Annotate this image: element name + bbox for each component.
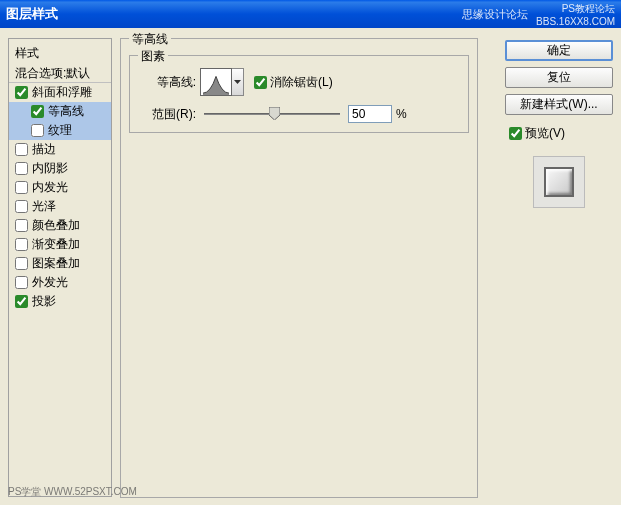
legend-outer: 等高线 <box>129 31 171 48</box>
checkbox-coloroverlay[interactable] <box>15 219 28 232</box>
checkbox-innerglow[interactable] <box>15 181 28 194</box>
sidebar-item-stroke[interactable]: 描边 <box>9 140 111 159</box>
checkbox-preview[interactable] <box>509 127 522 140</box>
checkbox-innershadow[interactable] <box>15 162 28 175</box>
ok-button[interactable]: 确定 <box>505 40 613 61</box>
fieldset-contour: 等高线 图素 等高线: <box>120 38 478 498</box>
main-panel: 等高线 图素 等高线: <box>120 38 497 497</box>
checkbox-gradientoverlay[interactable] <box>15 238 28 251</box>
checkbox-outerglow[interactable] <box>15 276 28 289</box>
row-range: 范围(R): % <box>148 104 407 124</box>
blend-label: 混合选项:默认 <box>15 65 90 82</box>
sidebar-item-outerglow[interactable]: 外发光 <box>9 273 111 292</box>
checkbox-stroke[interactable] <box>15 143 28 156</box>
antialiased-option[interactable]: 消除锯齿(L) <box>254 74 333 91</box>
sidebar-blend-options[interactable]: 混合选项:默认 <box>9 64 111 83</box>
row-contour: 等高线: 消除锯齿(L) <box>148 68 333 96</box>
label-stroke: 描边 <box>32 141 56 158</box>
window-title: 图层样式 <box>6 5 58 23</box>
label-outerglow: 外发光 <box>32 274 68 291</box>
legend-inner: 图素 <box>138 48 168 65</box>
antialiased-label: 消除锯齿(L) <box>270 74 333 91</box>
label-gradientoverlay: 渐变叠加 <box>32 236 80 253</box>
sidebar-header: 样式 <box>9 41 111 64</box>
range-input[interactable] <box>348 105 392 123</box>
swatch-inner <box>544 167 574 197</box>
range-unit: % <box>396 107 407 121</box>
sidebar-item-patternoverlay[interactable]: 图案叠加 <box>9 254 111 273</box>
label-satin: 光泽 <box>32 198 56 215</box>
contour-thumbnail[interactable] <box>200 68 232 96</box>
cancel-button[interactable]: 复位 <box>505 67 613 88</box>
range-label: 范围(R): <box>148 106 196 123</box>
sidebar-item-innerglow[interactable]: 内发光 <box>9 178 111 197</box>
label-coloroverlay: 颜色叠加 <box>32 217 80 234</box>
checkbox-bevel[interactable] <box>15 86 28 99</box>
watermark-2: PS教程论坛 <box>562 2 615 16</box>
range-slider[interactable] <box>204 104 340 124</box>
slider-thumb[interactable] <box>269 107 280 120</box>
label-dropshadow: 投影 <box>32 293 56 310</box>
sidebar-item-coloroverlay[interactable]: 颜色叠加 <box>9 216 111 235</box>
titlebar: 图层样式 思缘设计论坛 PS教程论坛 BBS.16XX8.COM <box>0 0 621 28</box>
preview-option[interactable]: 预览(V) <box>505 125 613 142</box>
checkbox-satin[interactable] <box>15 200 28 213</box>
checkbox-texture[interactable] <box>31 124 44 137</box>
label-contour: 等高线 <box>48 103 84 120</box>
sidebar-item-gradientoverlay[interactable]: 渐变叠加 <box>9 235 111 254</box>
sidebar-item-texture[interactable]: 纹理 <box>9 121 111 140</box>
sidebar-item-bevel[interactable]: 斜面和浮雕 <box>9 83 111 102</box>
contour-curve-icon <box>201 69 231 95</box>
style-sidebar: 样式 混合选项:默认 斜面和浮雕 等高线 纹理 描边 内阴影 内发光 <box>8 38 112 497</box>
footer-watermark: PS学堂 WWW.52PSXT.COM <box>8 485 137 499</box>
preview-swatch <box>533 156 585 208</box>
label-bevel: 斜面和浮雕 <box>32 84 92 101</box>
chevron-down-icon <box>234 80 241 84</box>
sidebar-item-dropshadow[interactable]: 投影 <box>9 292 111 311</box>
preview-label: 预览(V) <box>525 125 565 142</box>
label-innerglow: 内发光 <box>32 179 68 196</box>
label-patternoverlay: 图案叠加 <box>32 255 80 272</box>
watermark-1: 思缘设计论坛 <box>462 7 528 22</box>
sidebar-item-satin[interactable]: 光泽 <box>9 197 111 216</box>
checkbox-contour[interactable] <box>31 105 44 118</box>
checkbox-patternoverlay[interactable] <box>15 257 28 270</box>
label-texture: 纹理 <box>48 122 72 139</box>
titlebar-watermarks: 思缘设计论坛 PS教程论坛 BBS.16XX8.COM <box>462 2 615 27</box>
new-style-button[interactable]: 新建样式(W)... <box>505 94 613 115</box>
sidebar-item-innershadow[interactable]: 内阴影 <box>9 159 111 178</box>
checkbox-dropshadow[interactable] <box>15 295 28 308</box>
contour-label: 等高线: <box>148 74 196 91</box>
contour-dropdown-button[interactable] <box>232 68 244 96</box>
sidebar-item-contour[interactable]: 等高线 <box>9 102 111 121</box>
checkbox-antialiased[interactable] <box>254 76 267 89</box>
label-innershadow: 内阴影 <box>32 160 68 177</box>
fieldset-elements: 图素 等高线: 消除锯齿(L) <box>129 55 469 133</box>
right-pane: 确定 复位 新建样式(W)... 预览(V) <box>505 38 613 497</box>
watermark-3: BBS.16XX8.COM <box>536 16 615 27</box>
